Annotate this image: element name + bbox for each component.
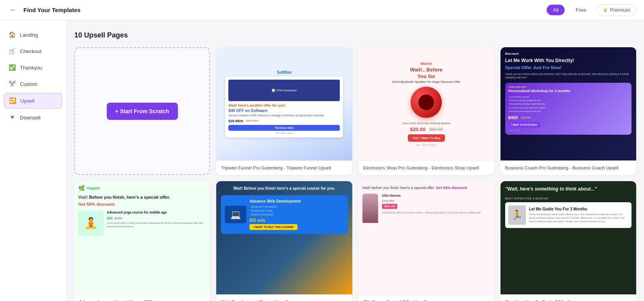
template-preview-bizcoach: Bizcoach Let Me Work With You Directly! … [500, 47, 636, 160]
sidebar-label-downsell: Downsell [20, 115, 41, 121]
tripwire-preview: SoftRex 📊 CRM Dashboard Wait! Here's ano… [216, 47, 352, 160]
template-label-quote: Coaching Upsell - Guide 3 Months [500, 294, 636, 301]
template-label-bizcoach: Business Coach Pro Gutenberg - Business … [500, 160, 636, 175]
crown-icon: ♛ [603, 7, 608, 13]
template-label-electronics: Electronics Shop Pro Gutenberg - Electro… [359, 160, 494, 175]
sidebar-label-upsell: Upsell [20, 98, 34, 104]
template-preview-serum: Wait! before you finish here's a special… [359, 181, 494, 294]
sidebar-item-upsell[interactable]: 🔁 Upsell [4, 93, 62, 109]
template-preview-yoggish: 🌿 Yoggish Wait! Before you finish, here'… [74, 181, 210, 294]
webdev-preview: Wait! Before you finish here's a special… [216, 181, 352, 294]
custom-icon: ✂️ [9, 80, 16, 87]
sidebar-item-thankyou[interactable]: ✅ Thankyou [4, 60, 62, 75]
sidebar-label-landing: Landing [20, 32, 38, 38]
template-label-serum: Oils Serum Special Offer Upsell [359, 294, 494, 301]
sidebar-item-landing[interactable]: 🏠 Landing [4, 27, 62, 42]
checkout-icon: 🛒 [9, 48, 16, 55]
page-title: Find Your Templates [23, 7, 81, 13]
main-content: 10 Upsell Pages + Start From Scratch Sof… [66, 0, 644, 301]
upsell-icon: 🔁 [9, 97, 16, 104]
template-card-webdev[interactable]: Wait! Before you finish here's a special… [216, 181, 352, 301]
template-preview-electronics: Micros Wait!.. Before You Go Get A Bluet… [359, 47, 494, 160]
filter-all-button[interactable]: All [547, 5, 565, 15]
sidebar-label-thankyou: Thankyou [20, 65, 42, 71]
template-preview-quote: "Wait, here's something to think about..… [500, 181, 636, 294]
sidebar-label-custom: Custom [20, 81, 38, 87]
sidebar-item-custom[interactable]: ✂️ Custom [4, 77, 62, 91]
back-icon: ← [10, 6, 17, 14]
template-card-bizcoach[interactable]: Bizcoach Let Me Work With You Directly! … [500, 47, 636, 175]
template-card-yoggish[interactable]: 🌿 Yoggish Wait! Before you finish, here'… [74, 181, 210, 301]
sidebar-label-checkout: Checkout [20, 48, 41, 54]
template-card-tripwire[interactable]: SoftRex 📊 CRM Dashboard Wait! Here's ano… [216, 47, 352, 175]
template-label-tripwire: Tripwire Funnel Pro Gutenberg - Tripwire… [216, 160, 352, 175]
filter-premium-button[interactable]: ♛ Premium [597, 4, 636, 16]
thankyou-icon: ✅ [9, 64, 16, 71]
template-preview-tripwire: SoftRex 📊 CRM Dashboard Wait! Here's ano… [216, 47, 352, 160]
template-grid-row2: 🌿 Yoggish Wait! Before you finish, here'… [74, 181, 636, 301]
template-card-electronics[interactable]: Micros Wait!.. Before You Go Get A Bluet… [359, 47, 494, 175]
premium-label: Premium [610, 7, 630, 13]
template-label-yoggish: Advanced course for middle age 589 [74, 294, 210, 301]
start-from-scratch-button[interactable]: + Start From Scratch [107, 103, 178, 120]
serum-preview: Wait! before you finish here's a special… [359, 181, 494, 294]
electronics-preview: Micros Wait!.. Before You Go Get A Bluet… [359, 47, 494, 160]
template-card-quote[interactable]: "Wait, here's something to think about..… [500, 181, 636, 301]
yoggish-preview: 🌿 Yoggish Wait! Before you finish, here'… [74, 181, 210, 294]
topbar: ← Find Your Templates All Free ♛ Premium [0, 0, 644, 20]
template-grid-row1: + Start From Scratch SoftRex 📊 CRM Dashb… [74, 47, 636, 175]
sidebar-item-checkout[interactable]: 🛒 Checkout [4, 44, 62, 59]
bizcoach-preview: Bizcoach Let Me Work With You Directly! … [500, 47, 636, 160]
page-heading: 10 Upsell Pages [74, 27, 636, 39]
downsell-icon: 🔻 [9, 114, 16, 121]
quote-preview: "Wait, here's something to think about..… [500, 181, 636, 294]
template-preview-webdev: Wait! Before you finish here's a special… [216, 181, 352, 294]
sidebar: 🏠 Landing 🛒 Checkout ✅ Thankyou ✂️ Custo… [0, 0, 66, 301]
back-button[interactable]: ← [8, 5, 19, 16]
landing-icon: 🏠 [9, 31, 16, 38]
scratch-card[interactable]: + Start From Scratch [74, 47, 210, 175]
sidebar-item-downsell[interactable]: 🔻 Downsell [4, 110, 62, 125]
filter-free-button[interactable]: Free [569, 5, 592, 15]
template-label-webdev: Web Development Course Upsell [216, 294, 352, 301]
template-card-serum[interactable]: Wait! before you finish here's a special… [359, 181, 494, 301]
